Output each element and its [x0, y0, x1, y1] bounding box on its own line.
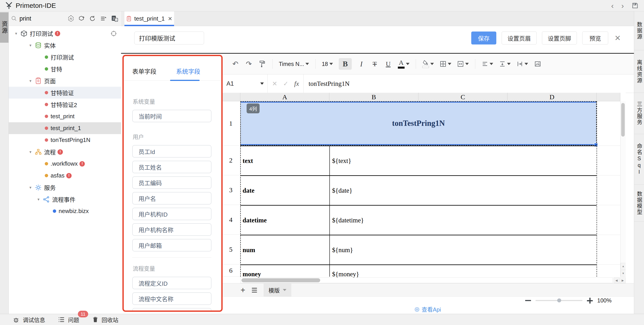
table-row[interactable]: num ${num}: [240, 235, 596, 265]
table-row[interactable]: date ${date}: [240, 175, 596, 205]
chevron-down-icon[interactable]: ▾: [28, 150, 33, 154]
cancel-entry-icon[interactable]: ✕: [272, 80, 277, 87]
vertical-align-button[interactable]: [499, 58, 511, 69]
zoom-in-icon[interactable]: [587, 298, 593, 304]
view-api-link[interactable]: ◎ 查看Api: [415, 305, 441, 313]
tree-item-pages-folder[interactable]: ▾ 页面: [9, 75, 121, 87]
tree-item-entity[interactable]: 打印测试: [9, 51, 121, 63]
row-header-6[interactable]: 6: [222, 265, 240, 277]
tree-item-page[interactable]: tonTestPring1N: [9, 134, 121, 146]
row-header-2[interactable]: 2: [222, 145, 240, 175]
field-chip[interactable]: 员工Id: [132, 145, 212, 158]
nav-forward-icon[interactable]: ›: [622, 0, 624, 11]
locate-crosshair-icon[interactable]: [110, 30, 117, 37]
chevron-down-icon[interactable]: ▾: [36, 197, 42, 202]
rail-tab-resources[interactable]: 资源: [0, 12, 8, 43]
undo-icon[interactable]: ↶: [232, 58, 239, 69]
text-wrap-button[interactable]: [516, 58, 528, 69]
new-resource-icon[interactable]: [78, 15, 85, 22]
rail-tab-named-sql[interactable]: 命名Sql: [634, 134, 644, 185]
column-header-a[interactable]: A: [240, 93, 330, 101]
font-family-select[interactable]: Times N...: [279, 61, 309, 67]
confirm-entry-icon[interactable]: ✓: [283, 80, 288, 87]
value-cell[interactable]: ${date}: [332, 187, 352, 194]
field-chip[interactable]: 流程定义ID: [132, 277, 212, 289]
tree-item-service[interactable]: newbiz.bizx: [9, 205, 121, 217]
field-chip[interactable]: 用户名: [132, 192, 212, 205]
field-chip-partial[interactable]: [132, 308, 212, 312]
tree-item-flow[interactable]: .workflowx !: [9, 158, 121, 170]
rail-tab-third-party[interactable]: 三方服务: [634, 93, 644, 134]
underline-button[interactable]: U: [384, 58, 392, 69]
row-header-3[interactable]: 3: [222, 175, 240, 205]
save-workspace-icon[interactable]: [632, 2, 639, 9]
chevron-down-icon[interactable]: ▾: [13, 31, 19, 36]
zoom-slider-thumb[interactable]: [557, 299, 561, 303]
tree-item-entity[interactable]: 甘特: [9, 63, 121, 75]
vertical-scrollbar[interactable]: ▲ ▼: [620, 101, 626, 277]
tree-item-flow[interactable]: asfas !: [9, 170, 121, 182]
tree-item-page[interactable]: 甘特验证2: [9, 99, 121, 110]
font-size-select[interactable]: 18: [322, 61, 333, 67]
field-cell[interactable]: text: [242, 157, 253, 165]
field-cell[interactable]: date: [242, 187, 254, 194]
sheet-tab-template[interactable]: 模版: [264, 284, 291, 297]
grid-corner-cell[interactable]: [222, 93, 240, 101]
scroll-right-icon[interactable]: ▶: [620, 277, 626, 283]
list-filter-icon[interactable]: [100, 15, 107, 22]
table-row[interactable]: datetime ${datetime}: [240, 205, 596, 235]
field-cell[interactable]: num: [242, 246, 255, 254]
horizontal-scrollbar-thumb[interactable]: [242, 278, 320, 282]
horizontal-align-button[interactable]: [482, 58, 493, 69]
scroll-up-icon[interactable]: ▲: [620, 263, 626, 270]
chevron-down-icon[interactable]: ▾: [28, 78, 33, 83]
chevron-down-icon[interactable]: ▾: [28, 43, 33, 48]
tree-item-page[interactable]: test_print: [9, 110, 121, 122]
tab-system-fields[interactable]: 系统字段: [176, 67, 200, 75]
row-header-5[interactable]: 5: [222, 235, 240, 265]
search-input[interactable]: print: [20, 15, 31, 22]
table-row[interactable]: money ${money}: [240, 265, 596, 277]
save-button[interactable]: 保存: [471, 31, 496, 44]
tree-item-entities-folder[interactable]: ▾ 实体: [9, 39, 121, 51]
chevron-down-icon[interactable]: ▾: [28, 185, 33, 190]
add-sheet-icon[interactable]: +: [240, 286, 245, 294]
refresh-icon[interactable]: [89, 15, 96, 22]
spreadsheet-grid[interactable]: A B C D 1 2 3 4 5 6 4列 tonTestPring1N te…: [222, 93, 626, 283]
field-chip[interactable]: 员工姓名: [132, 161, 212, 173]
field-chip[interactable]: 用户机构名称: [132, 223, 212, 236]
rail-tab-data-model[interactable]: 数据模型: [634, 185, 644, 222]
field-chip[interactable]: 流程中文名称: [132, 292, 212, 305]
selected-merged-cell-a1[interactable]: 4列 tonTestPring1N: [240, 101, 596, 145]
formula-value[interactable]: tonTestPring1N: [304, 74, 350, 93]
tree-item-flows-folder[interactable]: ▾ 流程 !: [9, 146, 121, 158]
rail-tab-data-source[interactable]: 数据源: [634, 11, 644, 50]
borders-button[interactable]: [440, 58, 451, 69]
close-designer-icon[interactable]: ✕: [614, 33, 621, 42]
insert-image-button[interactable]: [534, 58, 542, 69]
editor-tab-test-print-1[interactable]: test_print_1 ✕: [124, 11, 174, 26]
value-cell[interactable]: ${num}: [332, 246, 353, 254]
translate-icon[interactable]: 文A: [111, 15, 118, 22]
bold-button[interactable]: B: [339, 58, 352, 70]
template-name-input[interactable]: [134, 31, 204, 44]
tree-item-flow-events[interactable]: ▾ 流程事件: [9, 193, 121, 205]
recycle-bin-button[interactable]: 回收站: [92, 316, 118, 324]
field-chip[interactable]: 用户机构ID: [132, 208, 212, 220]
vertical-scrollbar-thumb[interactable]: [621, 103, 625, 137]
fill-color-button[interactable]: [422, 58, 434, 69]
set-page-footer-button[interactable]: 设置页脚: [542, 31, 577, 44]
value-cell[interactable]: ${text}: [332, 157, 351, 165]
italic-button[interactable]: I: [358, 58, 365, 69]
scroll-down-icon[interactable]: ▼: [620, 270, 626, 277]
zoom-out-icon[interactable]: [525, 300, 531, 301]
font-color-button[interactable]: A: [398, 58, 410, 69]
nav-back-icon[interactable]: ‹: [611, 0, 614, 11]
field-chip[interactable]: 员工编码: [132, 176, 212, 189]
redo-icon[interactable]: ↷: [245, 58, 253, 69]
field-cell[interactable]: datetime: [242, 217, 267, 224]
field-chip[interactable]: 用户邮箱: [132, 239, 212, 252]
column-header-c[interactable]: C: [418, 93, 508, 101]
value-cell[interactable]: ${datetime}: [332, 217, 364, 224]
table-row[interactable]: text ${text}: [240, 145, 596, 175]
